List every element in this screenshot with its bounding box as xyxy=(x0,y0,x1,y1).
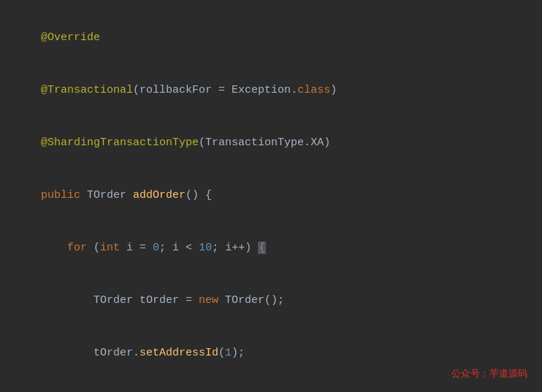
keyword-for: for xyxy=(67,242,87,254)
brace-open: { xyxy=(258,242,266,254)
dot: . xyxy=(291,84,297,96)
set-address: setAddressId xyxy=(140,347,218,359)
space2 xyxy=(126,189,133,201)
keyword-public: public xyxy=(41,189,80,201)
indent1 xyxy=(41,242,67,254)
exception-class: Exception xyxy=(232,84,291,96)
code-line-4: public TOrder addOrder() { xyxy=(15,169,527,222)
sp1: ( xyxy=(87,242,100,254)
num-1: 1 xyxy=(225,347,232,359)
parens: () { xyxy=(186,189,212,201)
keyword-int: int xyxy=(100,242,120,254)
class-keyword: class xyxy=(297,84,330,96)
paren1: ( xyxy=(199,137,205,149)
code-editor: @Override @Transactional(rollbackFor = E… xyxy=(0,0,542,392)
code-line-3: @ShardingTransactionType(TransactionType… xyxy=(15,117,527,169)
code-line-1: @Override xyxy=(15,12,527,64)
paren-addr: ( xyxy=(218,347,225,359)
method-name: addOrder xyxy=(133,189,186,201)
code-line-7: tOrder.setAddressId(1); xyxy=(15,327,527,380)
xa: XA xyxy=(310,137,324,149)
plain-paren: ( xyxy=(133,84,140,96)
sp4 xyxy=(218,294,225,307)
annotation-sharding: @ShardingTransactionType xyxy=(41,137,199,149)
num-10: 10 xyxy=(199,242,212,254)
torder-type: TOrder xyxy=(93,294,133,307)
code-line-6: TOrder tOrder = new TOrder(); xyxy=(15,274,527,327)
watermark: 公众号：芋道源码 xyxy=(451,366,527,382)
constructor-call: (); xyxy=(264,294,284,307)
close-paren: ) xyxy=(330,84,337,96)
keyword-new1: new xyxy=(199,294,218,307)
paren2: ) xyxy=(324,137,330,149)
param-name: rollbackFor xyxy=(140,84,212,96)
semi2: ; i++) xyxy=(212,242,258,254)
space1 xyxy=(80,189,87,201)
torder-new: TOrder xyxy=(225,294,264,307)
code-line-5: for (int i = 0; i < 10; i++) { xyxy=(15,222,527,274)
code-line-8: tOrder.setStatus("GLOBAL_TRANSACTION"); xyxy=(15,380,527,392)
code-line-2: @Transactional(rollbackFor = Exception.c… xyxy=(15,64,527,117)
annotation-transactional: @Transactional xyxy=(41,84,133,96)
return-type: TOrder xyxy=(87,189,126,201)
indent3 xyxy=(41,347,93,359)
eq: = xyxy=(212,84,232,96)
num-0: 0 xyxy=(153,242,159,254)
annotation-override: @Override xyxy=(41,31,100,44)
indent2 xyxy=(41,294,93,307)
close-addr: ); xyxy=(232,347,245,359)
semi1: ; i < xyxy=(159,242,199,254)
sp2: i = xyxy=(120,242,153,254)
dot2: . xyxy=(304,137,310,149)
transaction-type-class: TransactionType xyxy=(205,137,304,149)
sp3: tOrder = xyxy=(133,294,199,307)
torder-var1: tOrder. xyxy=(93,347,140,359)
